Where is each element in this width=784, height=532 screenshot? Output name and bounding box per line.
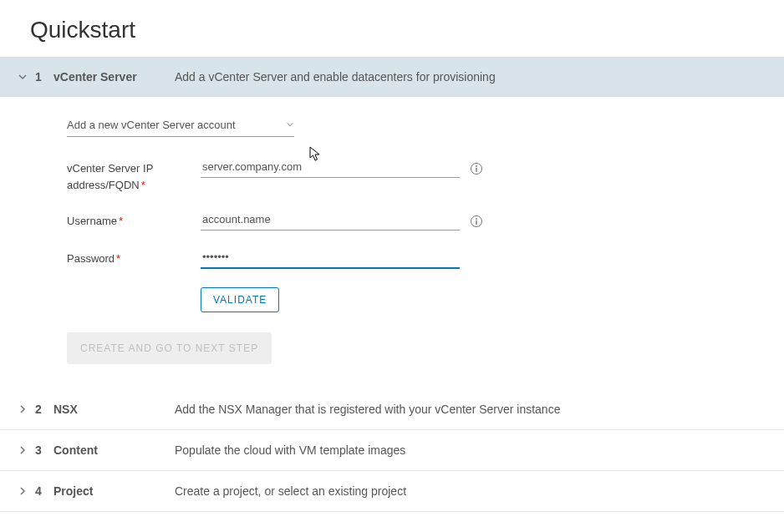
step-description: Add the NSX Manager that is registered w… xyxy=(175,403,560,416)
chevron-down-icon xyxy=(17,71,28,83)
quickstart-accordion: 1 vCenter Server Add a vCenter Server an… xyxy=(0,57,784,512)
step-title: NSX xyxy=(53,403,150,416)
password-input[interactable] xyxy=(201,249,460,269)
step-number: 3 xyxy=(35,443,45,457)
username-input[interactable] xyxy=(201,211,460,231)
dropdown-selected-value: Add a new vCenter Server account xyxy=(67,119,236,131)
validate-button[interactable]: VALIDATE xyxy=(201,287,279,312)
section-header-content[interactable]: 3 Content Populate the cloud with VM tem… xyxy=(0,430,784,471)
info-icon[interactable] xyxy=(470,162,483,175)
section-header-project[interactable]: 4 Project Create a project, or select an… xyxy=(0,471,784,512)
svg-point-1 xyxy=(476,165,477,167)
section-header-nsx[interactable]: 2 NSX Add the NSX Manager that is regist… xyxy=(0,389,784,430)
step-number: 4 xyxy=(35,484,45,498)
required-asterisk: * xyxy=(116,252,120,265)
vcenter-ip-input[interactable] xyxy=(201,159,460,178)
ip-label: vCenter Server IP address/FQDN* xyxy=(67,159,201,193)
account-mode-dropdown[interactable]: Add a new vCenter Server account xyxy=(67,115,294,137)
info-icon[interactable] xyxy=(470,215,483,228)
step-description: Create a project, or select an existing … xyxy=(175,484,406,498)
chevron-right-icon xyxy=(17,444,28,456)
chevron-down-icon xyxy=(286,119,294,131)
svg-rect-5 xyxy=(476,220,476,224)
username-label: Username* xyxy=(67,211,201,230)
step-title: Project xyxy=(53,484,150,498)
step-number: 1 xyxy=(35,70,45,84)
svg-rect-2 xyxy=(476,167,476,171)
step-number: 2 xyxy=(35,403,45,416)
page-title: Quickstart xyxy=(0,0,784,57)
required-asterisk: * xyxy=(119,215,123,227)
create-next-step-button: CREATE AND GO TO NEXT STEP xyxy=(67,332,272,364)
password-label: Password* xyxy=(67,249,201,267)
chevron-right-icon xyxy=(17,403,28,415)
svg-point-4 xyxy=(476,218,477,220)
chevron-right-icon xyxy=(17,485,28,497)
step-title: vCenter Server xyxy=(53,70,150,84)
step-title: Content xyxy=(53,443,150,457)
step-description: Populate the cloud with VM template imag… xyxy=(175,443,405,457)
section-header-vcenter[interactable]: 1 vCenter Server Add a vCenter Server an… xyxy=(0,57,784,97)
required-asterisk: * xyxy=(141,179,145,191)
section-body-vcenter: Add a new vCenter Server account vCenter… xyxy=(0,97,784,389)
step-description: Add a vCenter Server and enable datacent… xyxy=(175,70,496,84)
